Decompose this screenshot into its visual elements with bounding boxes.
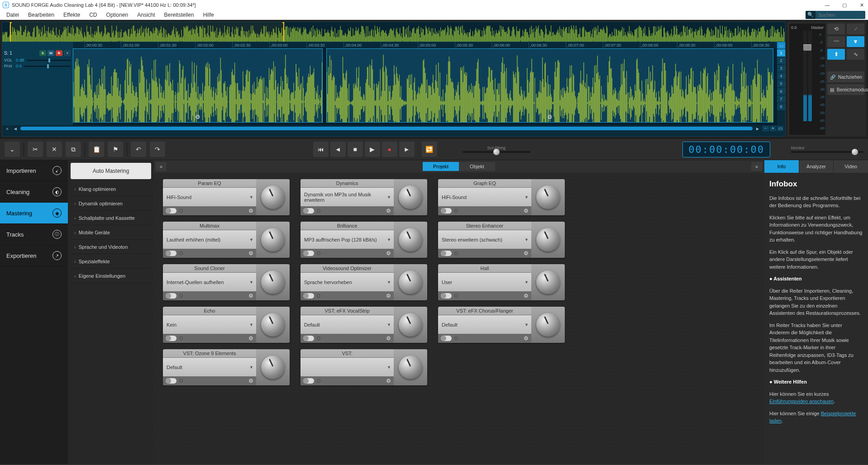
scroll-right[interactable]: ►: [754, 126, 761, 131]
fx-settings-icon[interactable]: ⚙: [386, 335, 391, 342]
menu-hilfe[interactable]: Hilfe: [200, 11, 218, 19]
fx-bypass-toggle[interactable]: [441, 336, 452, 341]
nav-mastering[interactable]: Mastering◉: [0, 203, 68, 224]
track-nav-3[interactable]: 3: [777, 65, 785, 72]
fx-preset-dropdown[interactable]: Stereo erweitern (schwach)▼: [438, 230, 531, 249]
fx-knob[interactable]: [399, 313, 422, 337]
fx-preset-dropdown[interactable]: HiFi-Sound▼: [163, 188, 256, 206]
fx-preset-dropdown[interactable]: HiFi-Sound▼: [438, 188, 531, 206]
fx-settings-icon[interactable]: ⚙: [248, 293, 253, 299]
prev-button[interactable]: ◄: [330, 142, 346, 157]
menu-datei[interactable]: Datei: [3, 11, 23, 19]
tab-projekt[interactable]: Projekt: [423, 162, 459, 171]
maximize-button[interactable]: ▢: [841, 2, 848, 8]
preset-item[interactable]: Spezialeffekte: [71, 254, 151, 269]
nav-tracks[interactable]: Tracksⓘ: [0, 224, 68, 245]
tab-objekt[interactable]: Objekt: [459, 162, 495, 171]
tool-link-icon[interactable]: ⟲: [827, 24, 845, 34]
fx-knob[interactable]: [399, 270, 422, 294]
fx-settings-icon[interactable]: ⚙: [248, 335, 253, 342]
fx-settings-icon[interactable]: ⚙: [524, 335, 529, 342]
preset-header[interactable]: Auto Mastering: [71, 163, 151, 179]
stop-button[interactable]: ■: [348, 142, 363, 157]
next-button[interactable]: ►: [399, 142, 415, 157]
menu-ansicht[interactable]: Ansicht: [134, 11, 158, 19]
delete-button[interactable]: ✕: [47, 142, 62, 157]
fx-bypass-toggle[interactable]: [166, 251, 176, 256]
fx-settings-icon[interactable]: ⚙: [524, 208, 529, 214]
fx-bypass-toggle[interactable]: [166, 378, 176, 384]
tool-curve-icon[interactable]: ∿: [847, 49, 864, 60]
fx-preset-dropdown[interactable]: Default▼: [438, 315, 531, 334]
scroll-left-double[interactable]: «: [4, 126, 10, 131]
fx-knob[interactable]: [536, 185, 560, 209]
expand-down-button[interactable]: ⌄: [5, 142, 20, 157]
redo-button[interactable]: ↷: [150, 142, 165, 157]
fx-preset-dropdown[interactable]: Internet-Quellen aufhellen▼: [163, 273, 256, 291]
fx-settings-icon[interactable]: ⚙: [524, 250, 529, 256]
track-nav-2[interactable]: 2: [777, 57, 785, 65]
fx-preset-dropdown[interactable]: User▼: [438, 273, 531, 291]
loop-button[interactable]: 🔁: [422, 142, 437, 157]
tool-marker-icon[interactable]: ⬆: [827, 49, 845, 60]
scrubbing-control[interactable]: Scrubbing: [458, 146, 535, 153]
search-icon[interactable]: 🔍: [806, 11, 816, 19]
infobox-tab-video[interactable]: Video: [833, 160, 868, 173]
tool-filter-icon[interactable]: ▼: [847, 36, 864, 47]
clip-fx-icon[interactable]: ⚙: [195, 114, 200, 120]
fx-settings-icon[interactable]: ⚙: [386, 378, 391, 384]
track-nav-top[interactable]: ▭: [777, 42, 785, 49]
volume-slider[interactable]: [26, 60, 71, 61]
menu-optionen[interactable]: Optionen: [103, 11, 132, 19]
preset-item[interactable]: Mobile Geräte: [71, 225, 151, 240]
record-arm-button[interactable]: R: [56, 50, 62, 56]
fx-bypass-toggle[interactable]: [441, 251, 452, 256]
fx-knob[interactable]: [261, 313, 285, 337]
fx-knob[interactable]: [261, 270, 285, 294]
fx-knob[interactable]: [261, 356, 285, 379]
tool-wave-icon[interactable]: 〰: [827, 36, 845, 47]
fx-bypass-toggle[interactable]: [303, 293, 314, 299]
marker-button[interactable]: ⚑: [108, 142, 123, 157]
nav-importieren[interactable]: Importieren⭹: [0, 160, 68, 181]
track-nav-7[interactable]: 7: [777, 95, 785, 103]
zoom-out[interactable]: −: [763, 126, 769, 131]
audio-clip-2[interactable]: 2:Track 4 ⚙: [326, 48, 773, 123]
fx-bypass-toggle[interactable]: [303, 251, 314, 256]
track-nav-1[interactable]: 1: [777, 49, 785, 57]
master-fader[interactable]: [803, 44, 811, 51]
fx-settings-icon[interactable]: ⚙: [248, 208, 253, 214]
track-menu-button[interactable]: ▾: [64, 50, 71, 56]
fx-knob[interactable]: [399, 356, 422, 379]
track-nav-4[interactable]: 4: [777, 72, 785, 80]
fx-settings-icon[interactable]: ⚙: [248, 378, 253, 384]
collapse-right-button[interactable]: »: [751, 162, 762, 171]
tool-envelope-icon[interactable]: ⟋: [847, 24, 864, 34]
fx-settings-icon[interactable]: ⚙: [386, 208, 391, 214]
infobox-tab-analyzer[interactable]: Analyzer: [799, 160, 834, 173]
cut-button[interactable]: ✂: [28, 142, 43, 157]
time-counter[interactable]: 00:00:00:00: [682, 142, 770, 157]
close-button[interactable]: ✕: [858, 2, 865, 8]
monitor-thumb[interactable]: [852, 149, 858, 155]
zoom-fit[interactable]: ▭: [777, 126, 783, 131]
menu-effekte[interactable]: Effekte: [60, 11, 84, 19]
fx-preset-dropdown[interactable]: ▼: [300, 358, 394, 376]
fx-knob[interactable]: [536, 313, 560, 337]
mute-button[interactable]: M: [48, 50, 54, 56]
overview-selection[interactable]: [10, 22, 284, 42]
track-nav-8[interactable]: 8: [777, 103, 785, 111]
undo-button[interactable]: ↶: [131, 142, 146, 157]
horizontal-scroll[interactable]: « ◄ ► − + ▭: [2, 125, 785, 132]
fx-preset-dropdown[interactable]: Lautheit erhöhen (mittel)▼: [163, 230, 256, 249]
search-input[interactable]: [816, 12, 865, 18]
monitor-control[interactable]: Monitor: [791, 146, 863, 153]
preset-item[interactable]: Klang optimieren: [71, 182, 151, 196]
fx-bypass-toggle[interactable]: [303, 336, 314, 341]
minimize-button[interactable]: —: [824, 2, 831, 8]
copy-button[interactable]: ⧉: [66, 142, 81, 157]
zoom-in[interactable]: +: [770, 126, 776, 131]
play-button[interactable]: ▶: [365, 142, 380, 157]
fx-bypass-toggle[interactable]: [441, 208, 452, 214]
fx-preset-dropdown[interactable]: Dynamik von MP3s und Musik erweitern▼: [300, 188, 394, 206]
